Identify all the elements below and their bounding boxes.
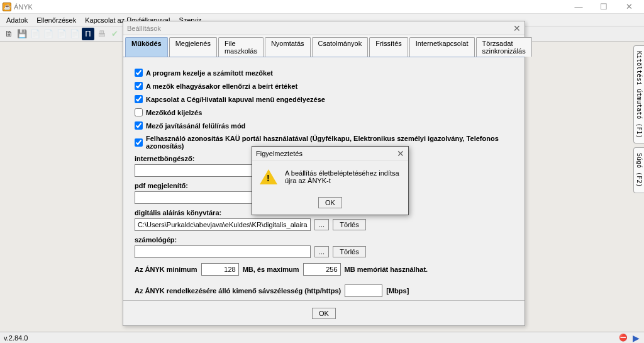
new-doc-icon[interactable]: 🗎 bbox=[3, 28, 15, 40]
chk-company[interactable] bbox=[135, 95, 143, 103]
browse-sign[interactable]: ... bbox=[314, 219, 329, 230]
alert-footer: OK bbox=[252, 193, 408, 215]
chk-compute-label: A program kezelje a számított mezőket bbox=[146, 69, 273, 77]
right-tabs: Kitöltési útmutató (F1) Súgó (F2) bbox=[633, 42, 644, 193]
chk-compute[interactable] bbox=[135, 69, 143, 77]
maximize-button[interactable]: ☐ bbox=[591, 1, 616, 13]
save-icon[interactable]: 💾 bbox=[16, 28, 28, 40]
chk-row-fieldcode: Mezőkód kijelzés bbox=[135, 108, 513, 116]
chk-fieldcode[interactable] bbox=[135, 108, 143, 116]
alert-close-icon[interactable]: ✕ bbox=[397, 149, 404, 159]
right-tab-help[interactable]: Súgó (F2) bbox=[633, 147, 644, 193]
chk-validate-label: A mezők elhagyásakor ellenőrzi a beírt é… bbox=[146, 82, 297, 90]
chk-overwrite-label: Mező javításánál felülírás mód bbox=[146, 122, 245, 130]
chk-row-validate: A mezők elhagyásakor ellenőrzi a beírt é… bbox=[135, 82, 513, 90]
alert-body: A beállítás életbeléptetéséhez indítsa ú… bbox=[252, 160, 408, 193]
tool-icon-3: 📄 bbox=[29, 28, 42, 40]
tab-filemaszkolas[interactable]: File maszkolás bbox=[218, 37, 264, 57]
warning-icon bbox=[260, 168, 277, 186]
input-mem-min[interactable] bbox=[201, 263, 239, 276]
close-button[interactable]: ✕ bbox=[616, 1, 641, 13]
bw-unit: [Mbps] bbox=[386, 287, 409, 295]
menu-adatok[interactable]: Adatok bbox=[3, 15, 31, 25]
mem-mid: MB, és maximum bbox=[243, 266, 299, 273]
window-controls: — ☐ ✕ bbox=[566, 1, 641, 13]
print-icon: 🖶 bbox=[95, 28, 108, 40]
chk-company-label: Kapcsolat a Cég/Hivatali kapuval menü en… bbox=[146, 96, 325, 103]
status-icons: ⛔ ▶ bbox=[619, 334, 640, 342]
dialog-close-icon[interactable]: ✕ bbox=[513, 23, 521, 33]
input-mem-max[interactable] bbox=[303, 263, 341, 276]
chk-row-company: Kapcsolat a Cég/Hivatali kapuval menü en… bbox=[135, 95, 513, 103]
tab-mukodes[interactable]: Működés bbox=[125, 37, 168, 57]
alert-ok-button[interactable]: OK bbox=[318, 197, 342, 208]
titlebar-left: ☕ ÁNYK bbox=[3, 3, 33, 11]
tab-internet[interactable]: Internetkapcsolat bbox=[409, 37, 475, 57]
alert-message: A beállítás életbeléptetéséhez indítsa ú… bbox=[285, 169, 401, 184]
chk-fieldcode-label: Mezőkód kijelzés bbox=[146, 109, 202, 116]
status-next-icon[interactable]: ▶ bbox=[631, 334, 640, 342]
tool-icon-4: 📄 bbox=[42, 28, 55, 40]
version-label: v.2.84.0 bbox=[4, 334, 28, 342]
statusbar: v.2.84.0 ⛔ ▶ bbox=[0, 332, 644, 343]
titlebar: ☕ ÁNYK — ☐ ✕ bbox=[0, 0, 644, 14]
dialog-title-text: Beállítások bbox=[127, 25, 161, 32]
chk-row-overwrite: Mező javításánál felülírás mód bbox=[135, 121, 513, 130]
alert-dialog: Figyelmeztetés ✕ A beállítás életbelépte… bbox=[252, 146, 409, 215]
input-sign[interactable] bbox=[135, 218, 311, 231]
chk-row-compute: A program kezelje a számított mezőket bbox=[135, 69, 513, 77]
row-sign: ... Törlés bbox=[135, 218, 513, 231]
row-memory: Az ÁNYK minimum MB, és maximum MB memóri… bbox=[135, 263, 513, 276]
delete-calc[interactable]: Törlés bbox=[333, 246, 366, 257]
tab-torzsadat[interactable]: Törzsadat szinkronizálás bbox=[476, 37, 532, 57]
tab-csatolmanyok[interactable]: Csatolmányok bbox=[312, 37, 369, 57]
right-tab-guide[interactable]: Kitöltési útmutató (F1) bbox=[633, 45, 644, 143]
chk-overwrite[interactable] bbox=[135, 121, 143, 130]
tab-nyomtatas[interactable]: Nyomtatás bbox=[265, 37, 311, 57]
status-error-icon: ⛔ bbox=[619, 334, 628, 342]
alert-title-text: Figyelmeztetés bbox=[256, 150, 303, 157]
browse-calc[interactable]: ... bbox=[314, 246, 329, 257]
chk-kau[interactable] bbox=[135, 138, 143, 147]
tool-icon-5: 📄 bbox=[55, 28, 68, 40]
mem-prefix: Az ÁNYK minimum bbox=[135, 266, 197, 273]
alert-titlebar: Figyelmeztetés ✕ bbox=[252, 147, 408, 160]
chk-validate[interactable] bbox=[135, 82, 143, 90]
input-calc[interactable] bbox=[135, 245, 311, 258]
tool-icon-6: 📄 bbox=[69, 28, 81, 40]
input-bandwidth[interactable] bbox=[345, 284, 382, 297]
tabstrip: Működés Megjelenés File maszkolás Nyomta… bbox=[123, 35, 525, 57]
tab-frissites[interactable]: Frissítés bbox=[369, 37, 408, 57]
dialog-titlebar: Beállítások ✕ bbox=[123, 21, 525, 35]
settings-ok-button[interactable]: OK bbox=[312, 308, 336, 319]
java-icon: ☕ bbox=[3, 3, 11, 11]
delete-sign[interactable]: Törlés bbox=[333, 219, 366, 230]
mem-suffix: MB memóriát használhat. bbox=[345, 266, 428, 273]
info-icon[interactable]: П bbox=[82, 28, 94, 40]
row-bandwidth: Az ÁNYK rendelkezésére álló kimenő sávsz… bbox=[135, 284, 513, 297]
check-icon: ✔ bbox=[108, 28, 121, 40]
window-title: ÁNYK bbox=[14, 3, 33, 11]
menu-ellenorzesek[interactable]: Ellenőrzések bbox=[33, 15, 80, 25]
label-calc: számológép: bbox=[135, 236, 513, 244]
bw-label: Az ÁNYK rendelkezésére álló kimenő sávsz… bbox=[135, 287, 341, 295]
row-calc: ... Törlés bbox=[135, 245, 513, 258]
minimize-button[interactable]: — bbox=[566, 1, 591, 13]
tab-megjelenes[interactable]: Megjelenés bbox=[169, 37, 217, 57]
dialog-footer: OK bbox=[123, 300, 525, 325]
